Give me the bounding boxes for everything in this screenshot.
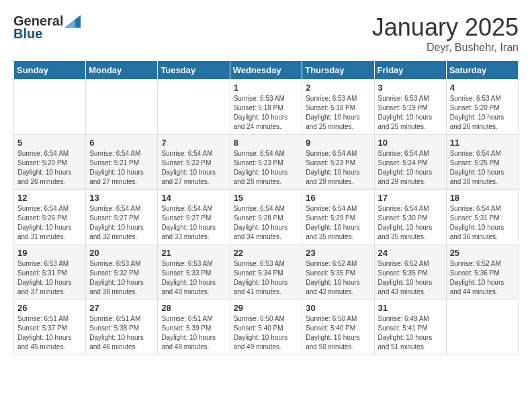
day-number: 11: [450, 138, 515, 148]
calendar-header-tuesday: Tuesday: [158, 61, 230, 80]
day-number: 25: [450, 248, 515, 258]
day-info: Sunrise: 6:52 AM Sunset: 5:35 PM Dayligh…: [378, 259, 443, 297]
day-number: 16: [306, 193, 370, 203]
day-info: Sunrise: 6:51 AM Sunset: 5:37 PM Dayligh…: [17, 314, 82, 352]
calendar-header-wednesday: Wednesday: [230, 61, 302, 80]
day-number: 9: [306, 138, 370, 148]
day-number: 30: [306, 303, 370, 313]
day-number: 21: [161, 248, 226, 258]
calendar-cell: [86, 80, 158, 135]
logo: General Blue: [13, 13, 81, 42]
calendar-cell: [446, 300, 518, 355]
day-number: 13: [89, 193, 154, 203]
day-info: Sunrise: 6:50 AM Sunset: 5:40 PM Dayligh…: [234, 314, 299, 352]
day-info: Sunrise: 6:54 AM Sunset: 5:20 PM Dayligh…: [17, 149, 82, 187]
calendar-cell: 14Sunrise: 6:54 AM Sunset: 5:27 PM Dayli…: [158, 190, 230, 245]
calendar-cell: 30Sunrise: 6:50 AM Sunset: 5:40 PM Dayli…: [302, 300, 374, 355]
day-info: Sunrise: 6:49 AM Sunset: 5:41 PM Dayligh…: [378, 314, 443, 352]
calendar-week-1: 1Sunrise: 6:53 AM Sunset: 5:18 PM Daylig…: [14, 80, 519, 135]
calendar-cell: 2Sunrise: 6:53 AM Sunset: 5:18 PM Daylig…: [302, 80, 374, 135]
calendar-cell: 19Sunrise: 6:53 AM Sunset: 5:31 PM Dayli…: [14, 245, 86, 300]
day-number: 17: [378, 193, 443, 203]
calendar-cell: 28Sunrise: 6:51 AM Sunset: 5:39 PM Dayli…: [158, 300, 230, 355]
day-info: Sunrise: 6:54 AM Sunset: 5:27 PM Dayligh…: [161, 204, 226, 242]
calendar-cell: 10Sunrise: 6:54 AM Sunset: 5:24 PM Dayli…: [374, 135, 446, 190]
day-number: 18: [450, 193, 515, 203]
calendar-week-2: 5Sunrise: 6:54 AM Sunset: 5:20 PM Daylig…: [14, 135, 519, 190]
calendar-cell: 3Sunrise: 6:53 AM Sunset: 5:19 PM Daylig…: [374, 80, 446, 135]
day-number: 2: [306, 83, 370, 93]
calendar-header-row: SundayMondayTuesdayWednesdayThursdayFrid…: [14, 61, 519, 80]
day-number: 12: [17, 193, 82, 203]
day-number: 1: [234, 83, 299, 93]
calendar-week-3: 12Sunrise: 6:54 AM Sunset: 5:26 PM Dayli…: [14, 190, 519, 245]
day-info: Sunrise: 6:54 AM Sunset: 5:31 PM Dayligh…: [450, 204, 515, 242]
logo-icon: [64, 15, 81, 28]
day-number: 15: [234, 193, 299, 203]
day-info: Sunrise: 6:53 AM Sunset: 5:32 PM Dayligh…: [89, 259, 154, 297]
calendar-cell: 16Sunrise: 6:54 AM Sunset: 5:29 PM Dayli…: [302, 190, 374, 245]
calendar-cell: 17Sunrise: 6:54 AM Sunset: 5:30 PM Dayli…: [374, 190, 446, 245]
calendar-cell: 11Sunrise: 6:54 AM Sunset: 5:25 PM Dayli…: [446, 135, 518, 190]
day-info: Sunrise: 6:53 AM Sunset: 5:34 PM Dayligh…: [234, 259, 299, 297]
day-info: Sunrise: 6:54 AM Sunset: 5:22 PM Dayligh…: [161, 149, 226, 187]
day-info: Sunrise: 6:53 AM Sunset: 5:31 PM Dayligh…: [17, 259, 82, 297]
day-number: 29: [234, 303, 299, 313]
calendar-cell: 25Sunrise: 6:52 AM Sunset: 5:36 PM Dayli…: [446, 245, 518, 300]
calendar-cell: 18Sunrise: 6:54 AM Sunset: 5:31 PM Dayli…: [446, 190, 518, 245]
calendar-header-sunday: Sunday: [14, 61, 86, 80]
day-info: Sunrise: 6:54 AM Sunset: 5:26 PM Dayligh…: [17, 204, 82, 242]
svg-marker-1: [64, 19, 75, 28]
calendar-cell: [158, 80, 230, 135]
day-info: Sunrise: 6:53 AM Sunset: 5:20 PM Dayligh…: [450, 94, 515, 132]
day-info: Sunrise: 6:54 AM Sunset: 5:25 PM Dayligh…: [450, 149, 515, 187]
calendar-cell: 13Sunrise: 6:54 AM Sunset: 5:27 PM Dayli…: [86, 190, 158, 245]
calendar-cell: 21Sunrise: 6:53 AM Sunset: 5:33 PM Dayli…: [158, 245, 230, 300]
title-block: January 2025 Deyr, Bushehr, Iran: [372, 13, 519, 54]
day-info: Sunrise: 6:51 AM Sunset: 5:39 PM Dayligh…: [161, 314, 226, 352]
day-info: Sunrise: 6:52 AM Sunset: 5:36 PM Dayligh…: [450, 259, 515, 297]
day-info: Sunrise: 6:52 AM Sunset: 5:35 PM Dayligh…: [306, 259, 370, 297]
calendar-header-friday: Friday: [374, 61, 446, 80]
day-info: Sunrise: 6:54 AM Sunset: 5:28 PM Dayligh…: [234, 204, 299, 242]
day-number: 22: [234, 248, 299, 258]
page-header: General Blue January 2025 Deyr, Bushehr,…: [13, 13, 519, 54]
month-title: January 2025: [372, 13, 519, 42]
calendar-table: SundayMondayTuesdayWednesdayThursdayFrid…: [13, 60, 519, 355]
day-info: Sunrise: 6:54 AM Sunset: 5:27 PM Dayligh…: [89, 204, 154, 242]
day-number: 20: [89, 248, 154, 258]
calendar-cell: 9Sunrise: 6:54 AM Sunset: 5:23 PM Daylig…: [302, 135, 374, 190]
calendar-week-4: 19Sunrise: 6:53 AM Sunset: 5:31 PM Dayli…: [14, 245, 519, 300]
day-info: Sunrise: 6:54 AM Sunset: 5:29 PM Dayligh…: [306, 204, 370, 242]
calendar-week-5: 26Sunrise: 6:51 AM Sunset: 5:37 PM Dayli…: [14, 300, 519, 355]
day-info: Sunrise: 6:54 AM Sunset: 5:23 PM Dayligh…: [306, 149, 370, 187]
calendar-cell: 15Sunrise: 6:54 AM Sunset: 5:28 PM Dayli…: [230, 190, 302, 245]
calendar-cell: 7Sunrise: 6:54 AM Sunset: 5:22 PM Daylig…: [158, 135, 230, 190]
calendar-cell: 12Sunrise: 6:54 AM Sunset: 5:26 PM Dayli…: [14, 190, 86, 245]
location-text: Deyr, Bushehr, Iran: [372, 42, 519, 54]
calendar-header-monday: Monday: [86, 61, 158, 80]
day-number: 3: [378, 83, 443, 93]
calendar-header-thursday: Thursday: [302, 61, 374, 80]
calendar-cell: 26Sunrise: 6:51 AM Sunset: 5:37 PM Dayli…: [14, 300, 86, 355]
calendar-cell: 1Sunrise: 6:53 AM Sunset: 5:18 PM Daylig…: [230, 80, 302, 135]
day-number: 27: [89, 303, 154, 313]
day-number: 8: [234, 138, 299, 148]
logo-blue-text: Blue: [13, 26, 42, 41]
day-number: 24: [378, 248, 443, 258]
day-info: Sunrise: 6:53 AM Sunset: 5:19 PM Dayligh…: [378, 94, 443, 132]
day-info: Sunrise: 6:53 AM Sunset: 5:18 PM Dayligh…: [306, 94, 370, 132]
day-info: Sunrise: 6:53 AM Sunset: 5:18 PM Dayligh…: [234, 94, 299, 132]
day-info: Sunrise: 6:50 AM Sunset: 5:40 PM Dayligh…: [306, 314, 370, 352]
day-number: 14: [161, 193, 226, 203]
day-info: Sunrise: 6:53 AM Sunset: 5:33 PM Dayligh…: [161, 259, 226, 297]
day-info: Sunrise: 6:54 AM Sunset: 5:21 PM Dayligh…: [89, 149, 154, 187]
calendar-cell: 31Sunrise: 6:49 AM Sunset: 5:41 PM Dayli…: [374, 300, 446, 355]
day-number: 23: [306, 248, 370, 258]
calendar-cell: 27Sunrise: 6:51 AM Sunset: 5:38 PM Dayli…: [86, 300, 158, 355]
day-number: 7: [161, 138, 226, 148]
calendar-cell: 4Sunrise: 6:53 AM Sunset: 5:20 PM Daylig…: [446, 80, 518, 135]
calendar-header-saturday: Saturday: [446, 61, 518, 80]
day-number: 10: [378, 138, 443, 148]
day-info: Sunrise: 6:54 AM Sunset: 5:30 PM Dayligh…: [378, 204, 443, 242]
